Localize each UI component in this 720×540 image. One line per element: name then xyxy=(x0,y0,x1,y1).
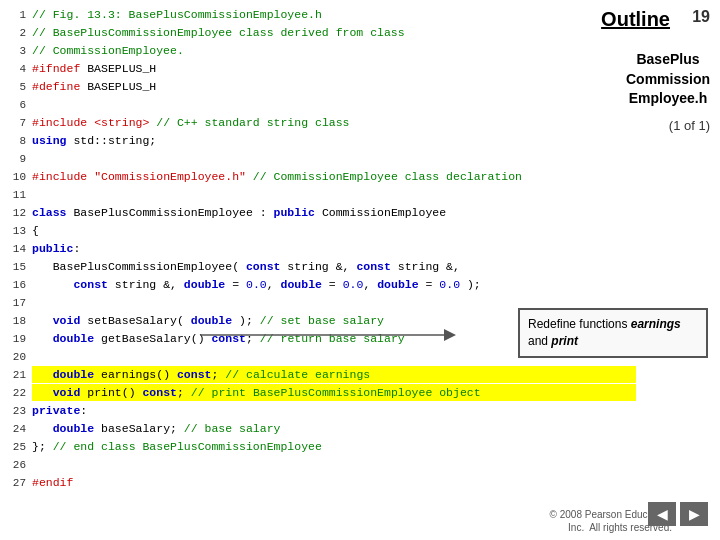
nav-forward-button[interactable]: ▶ xyxy=(680,502,708,526)
callout-box: Redefine functions earnings and print xyxy=(518,308,708,358)
code-line: 11 xyxy=(4,186,636,204)
code-line: 8 using std::string; xyxy=(4,132,636,150)
code-line: 14 public: xyxy=(4,240,636,258)
code-line: 24 double baseSalary; // base salary xyxy=(4,420,636,438)
page-number: 19 xyxy=(692,8,710,26)
code-line: 12 class BasePlusCommissionEmployee : pu… xyxy=(4,204,636,222)
code-line: 27 #endif xyxy=(4,474,636,492)
code-line-earnings: 21 double earnings() const; // calculate… xyxy=(4,366,636,384)
code-line: 25 }; // end class BasePlusCommissionEmp… xyxy=(4,438,636,456)
code-line: 2 // BasePlusCommissionEmployee class de… xyxy=(4,24,636,42)
code-line: 6 xyxy=(4,96,636,114)
code-line-print: 22 void print() const; // print BasePlus… xyxy=(4,384,636,402)
code-line: 7 #include <string> // C++ standard stri… xyxy=(4,114,636,132)
code-area: 1 // Fig. 13.3: BasePlusCommissionEmploy… xyxy=(0,0,640,510)
code-line: 4 #ifndef BASEPLUS_H xyxy=(4,60,636,78)
code-line: 26 xyxy=(4,456,636,474)
code-line: 15 BasePlusCommissionEmployee( const str… xyxy=(4,258,636,276)
code-line: 13 { xyxy=(4,222,636,240)
code-line: 10 #include "CommissionEmployee.h" // Co… xyxy=(4,168,636,186)
code-line: 16 const string &, double = 0.0, double … xyxy=(4,276,636,294)
code-line: 1 // Fig. 13.3: BasePlusCommissionEmploy… xyxy=(4,6,636,24)
code-line: 3 // CommissionEmployee. xyxy=(4,42,636,60)
code-line: 5 #define BASEPLUS_H xyxy=(4,78,636,96)
code-line: 23 private: xyxy=(4,402,636,420)
callout-text: Redefine functions earnings and print xyxy=(528,317,681,348)
nav-buttons: ◀ ▶ xyxy=(648,502,708,526)
file-subtitle: (1 of 1) xyxy=(669,118,710,133)
code-line: 9 xyxy=(4,150,636,168)
nav-back-button[interactable]: ◀ xyxy=(648,502,676,526)
